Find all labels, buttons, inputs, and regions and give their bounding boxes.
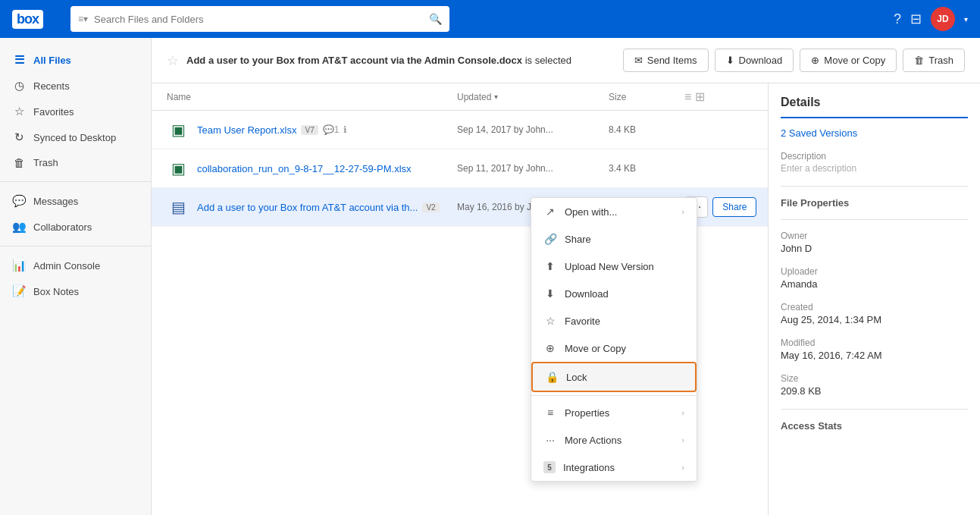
menu-label-open-with: Open with... [565, 206, 617, 218]
menu-item-move-copy[interactable]: ⊕ Move or Copy [531, 334, 697, 362]
menu-item-upload-version[interactable]: ⬆ Upload New Version [531, 253, 697, 280]
sidebar-item-messages[interactable]: 💬 Messages [0, 188, 151, 214]
file-size: 8.4 KB [609, 124, 684, 135]
admin-icon: 📊 [12, 259, 26, 272]
modified-section: Modified May 16, 2016, 7:42 AM [781, 338, 968, 361]
file-size: 3.4 KB [609, 163, 684, 174]
menu-label-share: Share [565, 234, 591, 245]
menu-label-lock: Lock [566, 372, 587, 383]
menu-label-integrations: Integrations [563, 462, 615, 473]
sidebar-item-trash[interactable]: 🗑 Trash [0, 150, 151, 175]
download-label: Download [739, 55, 783, 66]
download-button[interactable]: ⬇ Download [715, 49, 794, 72]
file-name-text: Team User Report.xlsx [197, 124, 296, 136]
layout-icon[interactable]: ⊟ [910, 11, 922, 27]
saved-versions[interactable]: 2 Saved Versions [781, 127, 968, 139]
send-items-button[interactable]: ✉ Send Items [623, 49, 709, 72]
toolbar-info: ☆ Add a user to your Box from AT&T accou… [167, 52, 615, 69]
created-label: Created [781, 302, 968, 312]
description-placeholder[interactable]: Enter a description [781, 163, 968, 174]
download-icon: ⬇ [726, 55, 734, 66]
help-icon[interactable]: ? [894, 11, 901, 27]
filter-icon: ≡▾ [78, 14, 88, 24]
menu-item-download[interactable]: ⬇ Download [531, 280, 697, 307]
menu-item-share[interactable]: 🔗 Share [531, 225, 697, 253]
search-bar[interactable]: ≡▾ 🔍 [70, 6, 449, 32]
sidebar-label-trash: Trash [33, 157, 58, 168]
col-header-size: Size [609, 92, 684, 102]
move-copy-icon: ⊕ [811, 55, 819, 66]
file-updated: Sep 14, 2017 by John... [457, 124, 609, 135]
sidebar-item-box-notes[interactable]: 📝 Box Notes [0, 278, 151, 304]
sidebar-label-admin: Admin Console [33, 260, 100, 272]
size-label: Size [781, 373, 968, 384]
avatar[interactable]: JD [931, 7, 955, 31]
integrations-arrow: › [681, 463, 684, 472]
table-row[interactable]: ▣ Team User Report.xlsx V7 💬1 ℹ Sep 14, … [152, 111, 768, 149]
table-header: Name Updated ▾ Size ≡ ⊞ [152, 83, 768, 111]
version-badge: V2 [422, 203, 439, 212]
col-header-updated[interactable]: Updated ▾ [457, 92, 609, 102]
download-menu-icon: ⬇ [543, 287, 557, 300]
modified-label: Modified [781, 338, 968, 348]
open-with-arrow: › [681, 207, 684, 216]
logo-text: box [12, 10, 43, 29]
menu-item-open-with[interactable]: ↗ Open with... › [531, 198, 697, 225]
sidebar-item-admin[interactable]: 📊 Admin Console [0, 253, 151, 278]
created-section: Created Aug 25, 2014, 1:34 PM [781, 302, 968, 325]
sidebar-label-collaborators: Collaborators [33, 221, 92, 233]
avatar-caret[interactable]: ▾ [964, 15, 968, 24]
sidebar-label-messages: Messages [33, 196, 78, 207]
sidebar-label-box-notes: Box Notes [33, 286, 79, 297]
file-name-text: collaboration_run_on_9-8-17__12-27-59-PM… [197, 163, 412, 174]
trash-button[interactable]: 🗑 Trash [903, 49, 965, 72]
sidebar-item-recents[interactable]: ◷ Recents [0, 73, 151, 99]
search-input[interactable] [94, 14, 423, 25]
menu-item-integrations[interactable]: 5 Integrations › [531, 454, 697, 481]
toolbar: ☆ Add a user to your Box from AT&T accou… [152, 38, 980, 83]
sidebar-label-all-files: All Files [33, 55, 71, 66]
menu-item-lock[interactable]: 🔒 Lock [531, 362, 697, 392]
owner-value: John D [781, 243, 968, 254]
col-header-actions: ≡ ⊞ [684, 89, 753, 104]
uploader-value: Amanda [781, 278, 968, 290]
description-label: Description [781, 151, 968, 162]
file-meta-icons: 💬1 ℹ [323, 124, 348, 135]
menu-item-properties[interactable]: ≡ Properties › [531, 399, 697, 426]
sidebar-divider [0, 181, 151, 182]
send-items-label: Send Items [647, 55, 697, 66]
menu-label-more-actions: More Actions [565, 435, 622, 446]
favorite-icon: ☆ [543, 315, 557, 327]
details-panel: Details 2 Saved Versions Description Ent… [768, 83, 980, 515]
file-name-text: Add a user to your Box from AT&T account… [197, 202, 418, 213]
star-icon[interactable]: ☆ [167, 52, 179, 69]
share-button[interactable]: Share [712, 197, 756, 217]
file-icon-xlsx: ▣ [167, 118, 189, 141]
access-stats-title: Access Stats [781, 420, 968, 432]
move-copy-button[interactable]: ⊕ Move or Copy [800, 49, 897, 72]
sidebar-item-favorites[interactable]: ☆ Favorites [0, 99, 151, 124]
file-properties-title: File Properties [781, 197, 968, 209]
menu-label-download: Download [565, 288, 609, 300]
file-name: Team User Report.xlsx V7 💬1 ℹ [197, 124, 457, 136]
uploader-section: Uploader Amanda [781, 266, 968, 290]
synced-icon: ↻ [12, 130, 26, 144]
table-row[interactable]: ▣ collaboration_run_on_9-8-17__12-27-59-… [152, 149, 768, 188]
sidebar-item-collaborators[interactable]: 👥 Collaborators [0, 214, 151, 240]
details-separator-3 [781, 409, 968, 410]
toolbar-selected-text: Add a user to your Box from AT&T account… [186, 55, 571, 66]
logo[interactable]: box [12, 10, 43, 29]
sidebar-item-synced[interactable]: ↻ Synced to Desktop [0, 124, 151, 150]
sort-icon: ▾ [494, 93, 498, 101]
menu-label-upload: Upload New Version [565, 261, 654, 272]
menu-item-more-actions[interactable]: ··· More Actions › [531, 426, 697, 454]
trash-label: Trash [928, 55, 953, 66]
messages-icon: 💬 [12, 194, 26, 208]
recents-icon: ◷ [12, 79, 26, 93]
move-copy-label: Move or Copy [824, 55, 885, 66]
details-title: Details [781, 96, 968, 118]
menu-item-favorite[interactable]: ☆ Favorite [531, 307, 697, 334]
version-badge: V7 [301, 125, 318, 135]
send-icon: ✉ [634, 55, 643, 66]
sidebar-item-all-files[interactable]: ☰ All Files [0, 47, 151, 73]
